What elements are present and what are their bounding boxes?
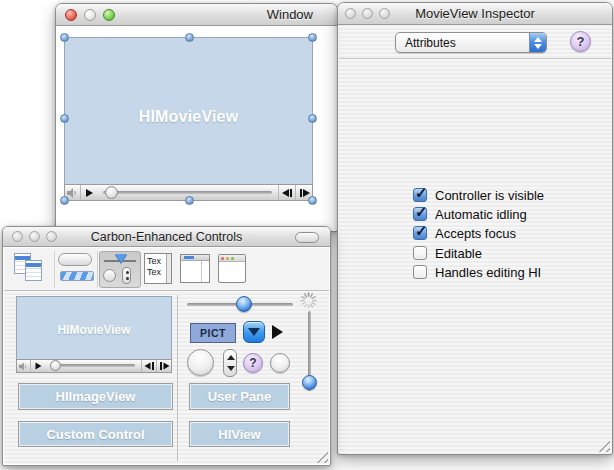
inspector-close-button[interactable]: [345, 8, 356, 19]
selection-handle-bm[interactable]: [185, 196, 194, 205]
attributes-popup[interactable]: Attributes: [395, 32, 547, 53]
checkbox-icon[interactable]: [413, 188, 427, 202]
inspector-minimize-button[interactable]: [362, 8, 373, 19]
custom-control-label: Custom Control: [46, 427, 144, 442]
checkbox-icon[interactable]: [413, 207, 427, 221]
pict-button-label: PICT: [200, 327, 226, 339]
round-bevel-button-small[interactable]: [270, 353, 290, 373]
step-forward-icon: [163, 363, 169, 370]
play-button[interactable]: [31, 360, 45, 372]
toolbar-toggle-button[interactable]: [295, 232, 319, 243]
play-icon: [86, 189, 93, 197]
popup-arrows-icon: [529, 33, 546, 52]
resize-grip[interactable]: [597, 439, 610, 452]
window-icon[interactable]: [218, 251, 248, 288]
step-forward-bar: [160, 362, 162, 370]
attributes-popup-label: Attributes: [396, 36, 529, 50]
inspector-zoom-button[interactable]: [379, 8, 390, 19]
help-icon: ?: [577, 34, 585, 49]
volume-button[interactable]: [17, 360, 31, 372]
palette-window: Carbon-Enhanced Controls Tex Tex: [2, 226, 331, 466]
selection-handle-br[interactable]: [308, 196, 317, 205]
palette-toolbar: Tex Tex: [4, 248, 329, 291]
step-back-button[interactable]: [141, 360, 156, 372]
palette-himovieview[interactable]: HIMovieView: [16, 296, 172, 373]
selection-handle-tm[interactable]: [185, 33, 194, 42]
zoom-button[interactable]: [103, 9, 115, 21]
checkbox-label: Handles editing HI: [435, 265, 541, 280]
hiview-item[interactable]: HIView: [189, 421, 290, 447]
close-button[interactable]: [65, 9, 77, 21]
user-pane-label: User Pane: [208, 389, 272, 404]
scrubber-track: [103, 191, 272, 194]
text-controls-icon[interactable]: Tex Tex: [144, 251, 174, 288]
palette-resize-grip[interactable]: [315, 450, 328, 463]
vertical-slider-thumb[interactable]: [302, 375, 317, 390]
selection-handle-tl[interactable]: [60, 33, 69, 42]
custom-control-item[interactable]: Custom Control: [18, 421, 173, 447]
checkbox-automatic-idling[interactable]: Automatic idling: [413, 206, 527, 222]
help-icon: ?: [249, 356, 256, 370]
checkbox-icon[interactable]: [413, 226, 427, 240]
checkbox-label: Accepts focus: [435, 226, 516, 241]
hiimageview-item[interactable]: HIImageView: [18, 383, 173, 410]
palette-close-button[interactable]: [12, 231, 23, 242]
popup-arrow-button[interactable]: [243, 321, 265, 343]
window-main: Window HIMovieView: [55, 3, 338, 232]
palette-content: HIMovieView: [4, 291, 329, 464]
checkbox-icon[interactable]: [413, 246, 427, 260]
hiimageview-label: HIImageView: [56, 389, 136, 404]
inspector-window: MovieView Inspector Attributes ? Control…: [337, 2, 613, 455]
palette-zoom-button[interactable]: [46, 231, 57, 242]
selection-handle-bl[interactable]: [60, 196, 69, 205]
button-progress-icon[interactable]: [58, 251, 98, 288]
window-title: Window: [267, 7, 313, 22]
palette-help-button[interactable]: ?: [243, 353, 263, 373]
disclosure-triangle[interactable]: [272, 325, 283, 339]
checkbox-icon[interactable]: [413, 265, 427, 279]
palette-movie-controller: [16, 359, 172, 373]
data-browser-icon[interactable]: [180, 251, 212, 288]
down-arrow-icon: [227, 366, 235, 371]
play-icon: [35, 363, 41, 370]
inspector-titlebar[interactable]: MovieView Inspector: [338, 3, 612, 25]
himovieview-label: HIMovieView: [65, 108, 312, 126]
checkbox-accepts-focus[interactable]: Accepts focus: [413, 225, 516, 241]
horizontal-slider-thumb[interactable]: [236, 296, 252, 312]
list-views-icon[interactable]: [12, 251, 52, 288]
step-back-icon: [282, 189, 289, 197]
himovieview[interactable]: HIMovieView: [64, 37, 313, 201]
little-arrows-stepper[interactable]: [223, 349, 237, 377]
step-back-button[interactable]: [278, 185, 295, 200]
inspector-body: Controller is visible Automatic idling A…: [339, 59, 611, 453]
step-forward-bar: [300, 189, 302, 197]
scrubber-thumb[interactable]: [105, 186, 118, 199]
checkbox-controller-visible[interactable]: Controller is visible: [413, 187, 544, 203]
palette-minimize-button[interactable]: [29, 231, 40, 242]
play-button[interactable]: [81, 185, 97, 200]
step-forward-button[interactable]: [156, 360, 171, 372]
step-back-bar: [290, 189, 292, 197]
movie-scrubber[interactable]: [45, 360, 141, 372]
scrubber-track: [51, 364, 135, 367]
slider-controls-icon[interactable]: [99, 251, 141, 288]
speaker-icon: [19, 362, 28, 371]
up-arrow-icon: [227, 355, 235, 360]
palette-himovieview-label: HIMovieView: [17, 323, 171, 337]
user-pane-item[interactable]: User Pane: [189, 383, 290, 410]
checkbox-label: Controller is visible: [435, 188, 544, 203]
selection-handle-ml[interactable]: [60, 114, 69, 123]
scrubber-thumb[interactable]: [50, 360, 61, 371]
palette-titlebar[interactable]: Carbon-Enhanced Controls: [3, 227, 330, 247]
minimize-button[interactable]: [84, 9, 96, 21]
inspector-help-button[interactable]: ?: [570, 31, 591, 52]
selection-handle-mr[interactable]: [308, 114, 317, 123]
column-divider: [177, 295, 178, 461]
selection-handle-tr[interactable]: [308, 33, 317, 42]
step-forward-icon: [303, 189, 310, 197]
checkbox-handles-editing[interactable]: Handles editing HI: [413, 264, 541, 280]
checkbox-editable[interactable]: Editable: [413, 245, 482, 261]
pict-button[interactable]: PICT: [190, 323, 236, 343]
round-bevel-button-large[interactable]: [187, 349, 214, 376]
window-main-titlebar[interactable]: Window: [56, 4, 337, 26]
